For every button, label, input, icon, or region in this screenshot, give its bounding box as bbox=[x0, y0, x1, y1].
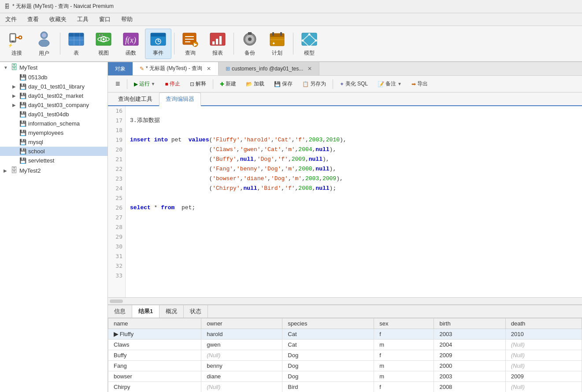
db-mysql[interactable]: ▶ 💾 mysql bbox=[0, 137, 108, 147]
db-servlettest[interactable]: ▶ 💾 servlettest bbox=[0, 156, 108, 165]
tab-query1[interactable]: ✎ * 无标题 (MyTest) - 查询 ✕ bbox=[133, 62, 219, 75]
connection-mytest2[interactable]: ▶ 🗄 MyTest2 bbox=[0, 165, 108, 176]
tab-customers-icon: ⊞ bbox=[226, 66, 230, 72]
model-button[interactable]: 模型 bbox=[296, 29, 323, 59]
table-cell: 2003 bbox=[434, 371, 505, 382]
sub-tab-create-label: 查询创建工具 bbox=[118, 96, 152, 102]
connect-button[interactable]: ⚡ 连接 bbox=[4, 29, 30, 59]
result-tab-overview[interactable]: 概况 bbox=[159, 305, 184, 318]
menu-help[interactable]: 帮助 bbox=[119, 15, 134, 24]
svg-point-50 bbox=[315, 39, 317, 41]
result-tab-status[interactable]: 状态 bbox=[184, 305, 208, 318]
db-0513db[interactable]: ▶ 💾 0513db bbox=[0, 73, 108, 82]
svg-point-2 bbox=[12, 41, 14, 42]
db-icon-test04: 💾 bbox=[19, 111, 26, 118]
backup-label: 备份 bbox=[245, 49, 255, 57]
beautify-icon: ✦ bbox=[340, 81, 344, 87]
tab-query1-close[interactable]: ✕ bbox=[207, 66, 211, 72]
col-header-owner[interactable]: owner bbox=[201, 318, 282, 329]
code-content[interactable]: 3.添加数据 insert into pet values('Fluffy','… bbox=[126, 106, 582, 297]
backup-button[interactable]: 备份 bbox=[237, 29, 263, 59]
table-cell: diane bbox=[201, 371, 282, 382]
horizontal-scrollbar[interactable] bbox=[108, 297, 582, 304]
sub-tabs: 查询创建工具 查询编辑器 bbox=[108, 92, 582, 106]
explain-button[interactable]: ⊡ 解释 bbox=[186, 78, 210, 89]
stop-button[interactable]: ■ 停止 bbox=[161, 78, 184, 89]
db-label-school: school bbox=[28, 148, 45, 155]
table-cell: Claws bbox=[108, 340, 201, 350]
table-cell: 2000 bbox=[434, 361, 505, 371]
result-tab-result1[interactable]: 结果1 bbox=[132, 305, 159, 318]
tab-customers[interactable]: ⊞ customers_info @day01_tes... ✕ bbox=[219, 62, 319, 75]
bottom-panel: 信息 结果1 概况 状态 n bbox=[108, 304, 582, 392]
expand-arrow-market: ▶ bbox=[12, 93, 18, 98]
db-day01-company[interactable]: ▶ 💾 day01_test03_company bbox=[0, 100, 108, 110]
table-cell: (Null) bbox=[505, 382, 582, 392]
db-information-schema[interactable]: ▶ 💾 information_schema bbox=[0, 119, 108, 128]
save-as-button[interactable]: 📋 另存为 bbox=[298, 78, 330, 89]
table-cell: m bbox=[374, 361, 434, 371]
content-area: 对象 ✎ * 无标题 (MyTest) - 查询 ✕ ⊞ customers_i… bbox=[108, 62, 582, 392]
menu-window[interactable]: 窗口 bbox=[97, 15, 112, 24]
db-day01-library[interactable]: ▶ 💾 day_01_test01_library bbox=[0, 82, 108, 91]
table-cell: Chirpy bbox=[108, 382, 201, 392]
tab-customers-close[interactable]: ✕ bbox=[308, 66, 312, 72]
function-button[interactable]: f(x) 函数 bbox=[118, 29, 144, 59]
menu-file[interactable]: 文件 bbox=[4, 15, 19, 24]
comment-icon: 📝 bbox=[378, 81, 384, 87]
result-table[interactable]: name owner species sex birth death ▶ Flu… bbox=[108, 318, 582, 392]
sub-tab-create[interactable]: 查询创建工具 bbox=[111, 92, 159, 106]
view-button[interactable]: 👓 视图 bbox=[90, 29, 117, 59]
sidebar: ▼ 🗄 MyTest ▶ 💾 0513db ▶ 💾 day_01_test01_… bbox=[0, 62, 108, 392]
run-button[interactable]: ▶ 运行 ▼ bbox=[130, 78, 159, 89]
sub-tab-editor[interactable]: 查询编辑器 bbox=[159, 92, 201, 106]
table-cell: f bbox=[374, 382, 434, 392]
col-header-death[interactable]: death bbox=[505, 318, 582, 329]
new-button[interactable]: ✚ 新建 bbox=[216, 78, 240, 89]
plan-button[interactable]: ✦ 计划 bbox=[264, 29, 290, 59]
table-cell: (Null) bbox=[201, 382, 282, 392]
code-editor[interactable]: 1617181920 2122232425 2627282930 313233 … bbox=[108, 106, 582, 297]
svg-rect-35 bbox=[216, 39, 218, 44]
report-button[interactable]: 报表 bbox=[204, 29, 231, 59]
db-day01-test04db[interactable]: ▶ 💾 day01_test04db bbox=[0, 110, 108, 119]
user-button[interactable]: 用户 bbox=[31, 28, 57, 59]
col-header-sex[interactable]: sex bbox=[374, 318, 434, 329]
tab-objects[interactable]: 对象 bbox=[108, 62, 133, 75]
menu-view[interactable]: 查看 bbox=[26, 15, 41, 24]
result-tab-info[interactable]: 信息 bbox=[108, 305, 132, 318]
db-school[interactable]: ▶ 💾 school bbox=[0, 147, 108, 156]
menu-favorites[interactable]: 收藏夹 bbox=[48, 15, 68, 24]
col-header-birth[interactable]: birth bbox=[434, 318, 505, 329]
query-icon: ▶ bbox=[182, 31, 199, 48]
editor-area: 1617181920 2122232425 2627282930 313233 … bbox=[108, 106, 582, 392]
table-cell: 2008 bbox=[434, 382, 505, 392]
table-button[interactable]: 表 bbox=[63, 29, 89, 59]
stop-label: 停止 bbox=[170, 80, 180, 88]
event-button[interactable]: 事件 bbox=[145, 29, 171, 59]
user-label: 用户 bbox=[39, 50, 49, 57]
run-dropdown[interactable]: ▼ bbox=[151, 81, 156, 86]
hscroll-thumb[interactable] bbox=[110, 300, 123, 303]
expand-arrow-library: ▶ bbox=[12, 84, 18, 89]
query-button[interactable]: ▶ 查询 bbox=[177, 29, 204, 59]
event-label: 事件 bbox=[153, 49, 163, 57]
col-header-species[interactable]: species bbox=[282, 318, 374, 329]
db-day01-market[interactable]: ▶ 💾 day01_test02_market bbox=[0, 91, 108, 100]
menu-tools[interactable]: 工具 bbox=[75, 15, 90, 24]
comment-dropdown[interactable]: ▼ bbox=[397, 81, 402, 86]
load-button[interactable]: 📂 加载 bbox=[242, 78, 268, 89]
new-label: 新建 bbox=[226, 80, 236, 88]
save-button[interactable]: 💾 保存 bbox=[270, 78, 297, 89]
table-cell: Dog bbox=[282, 361, 374, 371]
db-myemployees[interactable]: ▶ 💾 myemployees bbox=[0, 128, 108, 137]
export-button[interactable]: ➡ 导出 bbox=[408, 78, 432, 89]
svg-rect-42 bbox=[270, 33, 284, 37]
connection-mytest[interactable]: ▼ 🗄 MyTest bbox=[0, 62, 108, 73]
hamburger-button[interactable]: ≡ bbox=[111, 77, 124, 91]
backup-icon bbox=[241, 31, 259, 48]
comment-button[interactable]: 📝 备注 ▼ bbox=[374, 78, 406, 89]
data-table: name owner species sex birth death ▶ Flu… bbox=[108, 318, 582, 392]
beautify-button[interactable]: ✦ 美化 SQL bbox=[336, 78, 372, 89]
col-header-name[interactable]: name bbox=[108, 318, 201, 329]
